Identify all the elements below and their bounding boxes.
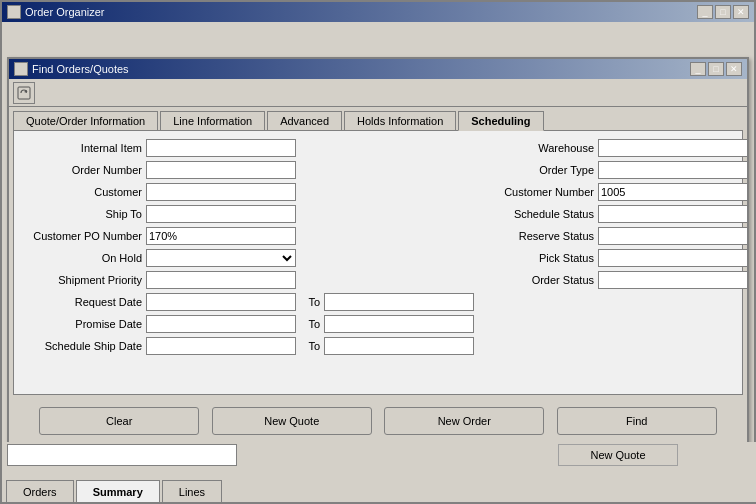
promise-date-to-input[interactable] [324,315,474,333]
cust-po-label: Customer PO Number [22,230,142,242]
refresh-icon [17,86,31,100]
pick-status-row: Pick Status [474,249,748,267]
inner-window: Find Orders/Quotes _ □ ✕ Quote/Order Inf… [7,57,749,457]
order-type-row: Order Type [474,161,748,179]
new-order-button[interactable]: New Order [384,407,544,435]
customer-row: Customer [22,183,474,201]
request-date-row: Request Date To [22,293,474,311]
outer-window: Order Organizer _ □ ✕ Find Orders/Quotes… [0,0,756,504]
order-type-input[interactable] [598,161,748,179]
orders-tab[interactable]: Orders [6,480,74,502]
pick-status-label: Pick Status [474,252,594,264]
shipment-priority-input[interactable] [146,271,296,289]
order-status-label: Order Status [474,274,594,286]
promise-date-to: To [300,318,320,330]
internal-item-label: Internal Item [22,142,142,154]
on-hold-select[interactable] [146,249,296,267]
schedule-status-input[interactable] [598,205,748,223]
inner-titlebar: Find Orders/Quotes _ □ ✕ [9,59,747,79]
warehouse-label: Warehouse [474,142,594,154]
request-date-to: To [300,296,320,308]
buttons-row: Clear New Quote New Order Find [13,399,743,443]
cust-po-row: Customer PO Number [22,227,474,245]
toolbar-refresh-btn[interactable] [13,82,35,104]
schedule-status-label: Schedule Status [474,208,594,220]
on-hold-label: On Hold [22,252,142,264]
cust-number-input[interactable] [598,183,748,201]
schedule-ship-date-to-input[interactable] [324,337,474,355]
order-number-row: Order Number [22,161,474,179]
summary-tab[interactable]: Summary [76,480,160,502]
form-grid: Internal Item Order Number Customer [22,139,734,386]
customer-input[interactable] [146,183,296,201]
toolbar [9,79,747,107]
inner-window-icon [14,62,28,76]
on-hold-row: On Hold [22,249,474,267]
shipment-priority-row: Shipment Priority [22,271,474,289]
bottom-area: New Quote Orders Summary Lines [2,442,756,502]
inner-window-title: Find Orders/Quotes [32,63,129,75]
tabs-container: Quote/Order Information Line Information… [9,107,747,130]
tab-quote-order[interactable]: Quote/Order Information [13,111,158,130]
request-date-label: Request Date [22,296,142,308]
cust-po-input[interactable] [146,227,296,245]
schedule-ship-date-to: To [300,340,320,352]
promise-date-row: Promise Date To [22,315,474,333]
cust-number-label: Customer Number [474,186,594,198]
find-button[interactable]: Find [557,407,717,435]
ship-to-input[interactable] [146,205,296,223]
order-type-label: Order Type [474,164,594,176]
shipment-priority-label: Shipment Priority [22,274,142,286]
tab-line-info[interactable]: Line Information [160,111,265,130]
maximize-btn[interactable]: □ [715,5,731,19]
bottom-input [7,444,237,466]
form-area: Internal Item Order Number Customer [13,130,743,395]
pick-status-input[interactable] [598,249,748,267]
outer-window-title: Order Organizer [25,6,104,18]
lines-tab[interactable]: Lines [162,480,222,502]
form-left: Internal Item Order Number Customer [22,139,474,386]
warehouse-input[interactable] [598,139,748,157]
order-status-row: Order Status [474,271,748,289]
inner-maximize-btn[interactable]: □ [708,62,724,76]
order-number-label: Order Number [22,164,142,176]
internal-item-input[interactable] [146,139,296,157]
ship-to-row: Ship To [22,205,474,223]
ship-to-label: Ship To [22,208,142,220]
tab-holds-info[interactable]: Holds Information [344,111,456,130]
outer-titlebar: Order Organizer _ □ ✕ [2,2,754,22]
request-date-input[interactable] [146,293,296,311]
schedule-ship-date-label: Schedule Ship Date [22,340,142,352]
promise-date-label: Promise Date [22,318,142,330]
reserve-status-row: Reserve Status [474,227,748,245]
svg-rect-0 [18,87,30,99]
order-status-input[interactable] [598,271,748,289]
new-quote-button[interactable]: New Quote [212,407,372,435]
bottom-tabs: Orders Summary Lines [2,480,226,502]
bottom-new-quote[interactable]: New Quote [558,444,678,466]
schedule-ship-date-input[interactable] [146,337,296,355]
reserve-status-input[interactable] [598,227,748,245]
order-number-input[interactable] [146,161,296,179]
customer-label: Customer [22,186,142,198]
request-date-to-input[interactable] [324,293,474,311]
clear-button[interactable]: Clear [39,407,199,435]
cust-number-row: Customer Number [474,183,748,201]
outer-window-icon [7,5,21,19]
internal-item-row: Internal Item [22,139,474,157]
warehouse-row: Warehouse [474,139,748,157]
minimize-btn[interactable]: _ [697,5,713,19]
promise-date-input[interactable] [146,315,296,333]
tab-scheduling[interactable]: Scheduling [458,111,543,131]
schedule-status-row: Schedule Status [474,205,748,223]
tab-advanced[interactable]: Advanced [267,111,342,130]
reserve-status-label: Reserve Status [474,230,594,242]
inner-close-btn[interactable]: ✕ [726,62,742,76]
inner-minimize-btn[interactable]: _ [690,62,706,76]
schedule-ship-date-row: Schedule Ship Date To [22,337,474,355]
form-right: Warehouse Order Type Customer Number [474,139,748,386]
close-btn[interactable]: ✕ [733,5,749,19]
